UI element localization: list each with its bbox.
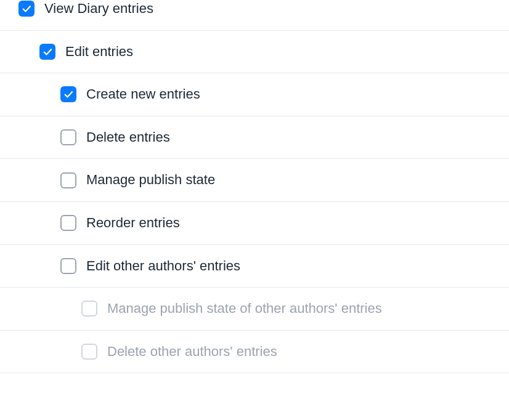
permission-row-delete-entries: Delete entries (0, 116, 509, 160)
check-icon (42, 46, 53, 57)
label-view-diary-entries[interactable]: View Diary entries (44, 0, 153, 18)
checkbox-delete-entries[interactable] (60, 129, 76, 145)
checkbox-manage-publish-state[interactable] (60, 172, 76, 188)
check-icon (21, 3, 32, 14)
check-icon (63, 89, 74, 100)
label-edit-entries[interactable]: Edit entries (65, 43, 133, 61)
checkbox-edit-other-authors-entries[interactable] (60, 258, 76, 274)
label-manage-publish-state-other-authors: Manage publish state of other authors' e… (107, 300, 382, 318)
permission-row-create-new-entries: Create new entries (0, 73, 509, 116)
label-edit-other-authors-entries[interactable]: Edit other authors' entries (86, 257, 240, 275)
checkbox-reorder-entries[interactable] (60, 215, 76, 231)
label-delete-other-authors-entries: Delete other authors' entries (107, 343, 277, 361)
checkbox-create-new-entries[interactable] (60, 86, 76, 102)
checkbox-delete-other-authors-entries (81, 344, 97, 360)
permission-row-view-diary-entries: View Diary entries (0, 0, 509, 31)
permission-row-edit-other-authors-entries: Edit other authors' entries (0, 245, 509, 288)
permission-row-manage-publish-state: Manage publish state (0, 159, 509, 202)
permission-row-manage-publish-state-other-authors: Manage publish state of other authors' e… (0, 288, 509, 331)
checkbox-view-diary-entries[interactable] (18, 1, 35, 17)
label-reorder-entries[interactable]: Reorder entries (86, 214, 180, 232)
permission-row-edit-entries: Edit entries (0, 31, 509, 74)
permission-row-reorder-entries: Reorder entries (0, 202, 509, 245)
checkbox-manage-publish-state-other-authors (81, 301, 97, 317)
label-create-new-entries[interactable]: Create new entries (86, 86, 200, 103)
checkbox-edit-entries[interactable] (39, 44, 55, 60)
label-manage-publish-state[interactable]: Manage publish state (86, 171, 215, 189)
permission-row-delete-other-authors-entries: Delete other authors' entries (0, 331, 509, 374)
label-delete-entries[interactable]: Delete entries (86, 129, 170, 147)
